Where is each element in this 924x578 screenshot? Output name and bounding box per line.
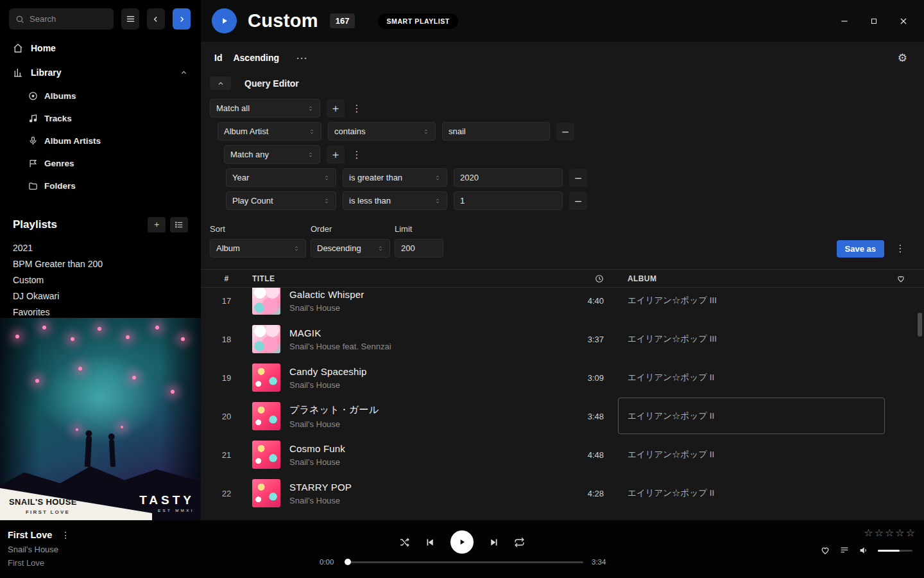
query-editor-collapse-button[interactable] xyxy=(210,76,231,90)
table-row[interactable]: 21 Cosmo Funk Snail's House 4:48 エイリアン☆ポ… xyxy=(201,435,924,474)
playlist-item[interactable]: BPM Greater than 200 xyxy=(0,256,201,272)
rule-value-field[interactable] xyxy=(442,122,550,141)
sort-field-button[interactable]: Id xyxy=(214,53,222,63)
star-icon[interactable]: ☆ xyxy=(864,527,873,539)
now-playing-title[interactable]: First Love xyxy=(8,530,52,540)
add-group-rule-button[interactable]: ＋ xyxy=(327,146,345,164)
match-type-select[interactable]: Match all xyxy=(210,99,320,118)
sidebar-item-label: Albums xyxy=(44,91,76,101)
column-header-index[interactable]: # xyxy=(201,274,252,283)
sidebar-item-album-artists[interactable]: Album Artists xyxy=(0,130,201,152)
gear-icon[interactable]: ⚙ xyxy=(898,51,907,65)
table-row[interactable]: 19 Candy Spaceship Snail's House 3:09 エイ… xyxy=(201,358,924,397)
search-input[interactable] xyxy=(30,14,107,24)
rule-field-select[interactable]: Album Artist xyxy=(218,122,321,141)
queue-button[interactable] xyxy=(839,545,850,556)
rule-operator-select[interactable]: is greater than xyxy=(343,168,447,187)
remove-rule-button[interactable]: – xyxy=(569,192,587,210)
seek-knob[interactable] xyxy=(345,559,351,565)
transport-controls xyxy=(399,530,525,554)
seek-bar[interactable] xyxy=(346,561,583,563)
repeat-button[interactable] xyxy=(514,537,525,548)
track-album[interactable]: エイリアン☆ポップ II xyxy=(628,449,878,460)
search-box[interactable] xyxy=(9,8,114,30)
query-more-button[interactable]: ⋮ xyxy=(894,240,906,258)
play-playlist-button[interactable] xyxy=(212,8,237,33)
limit-field[interactable] xyxy=(395,239,443,258)
minimize-button[interactable] xyxy=(838,15,851,28)
rule-operator-select[interactable]: contains xyxy=(328,122,436,141)
sort-select[interactable]: Album xyxy=(210,239,306,258)
track-album[interactable]: エイリアン☆ポップ II xyxy=(628,487,878,499)
table-row[interactable]: 22 STARRY POP Snail's House 4:28 エイリアン☆ポ… xyxy=(201,474,924,512)
remove-rule-button[interactable]: – xyxy=(569,169,587,187)
nav-back-button[interactable] xyxy=(147,8,165,30)
rule-field-select[interactable]: Year xyxy=(226,168,336,187)
rule-operator-select[interactable]: is less than xyxy=(343,191,447,210)
favorite-button[interactable] xyxy=(820,545,830,556)
rule-value-input[interactable] xyxy=(460,173,556,182)
sort-direction-button[interactable]: Ascending xyxy=(233,53,279,63)
now-playing-artist[interactable]: Snail's House xyxy=(8,545,70,554)
sidebar-nav: Home Library Albums xyxy=(0,36,201,197)
column-header-favorite[interactable] xyxy=(878,274,924,283)
track-artist: Snail's House feat. Sennzai xyxy=(289,342,559,351)
sidebar-item-tracks[interactable]: Tracks xyxy=(0,107,201,130)
table-row[interactable]: 17 Galactic Whisper Snail's House 4:40 エ… xyxy=(201,288,924,320)
column-header-album[interactable]: ALBUM xyxy=(628,274,878,283)
playlist-list-options-button[interactable] xyxy=(170,217,188,232)
volume-slider[interactable] xyxy=(878,550,912,552)
save-as-button[interactable]: Save as xyxy=(837,240,884,258)
group-options-button[interactable]: ⋮ xyxy=(351,146,363,164)
volume-button[interactable] xyxy=(859,545,869,556)
sidebar-item-genres[interactable]: Genres xyxy=(0,152,201,175)
close-button[interactable] xyxy=(897,15,910,28)
maximize-button[interactable] xyxy=(868,15,880,28)
previous-track-button[interactable] xyxy=(425,537,436,548)
rule-field-select[interactable]: Play Count xyxy=(226,191,336,210)
rule-value-input[interactable] xyxy=(449,127,543,136)
toolbar-more-button[interactable]: ··· xyxy=(296,53,308,64)
sidebar-item-folders[interactable]: Folders xyxy=(0,175,201,197)
table-row[interactable]: 18 MAGIK Snail's House feat. Sennzai 3:3… xyxy=(201,320,924,358)
scrollbar-thumb[interactable] xyxy=(918,313,922,337)
chevron-up-icon[interactable] xyxy=(180,69,188,77)
star-icon[interactable]: ☆ xyxy=(895,527,904,539)
playlist-item[interactable]: 2021 xyxy=(0,240,201,256)
table-row[interactable]: 20 プラネット・ガール Snail's House 3:48 エイリアン☆ポッ… xyxy=(201,397,924,435)
rule-value-field[interactable] xyxy=(454,191,563,210)
track-album[interactable]: エイリアン☆ポップ III xyxy=(628,295,878,306)
star-icon[interactable]: ☆ xyxy=(875,527,884,539)
now-playing-menu-button[interactable]: ⋮ xyxy=(61,530,70,540)
play-pause-button[interactable] xyxy=(450,530,474,554)
track-album[interactable]: エイリアン☆ポップ II xyxy=(628,372,878,383)
column-header-title[interactable]: TITLE xyxy=(252,274,559,283)
track-album[interactable]: エイリアン☆ポップ II xyxy=(628,410,878,422)
album-thumbnail xyxy=(252,325,280,353)
add-playlist-button[interactable]: ＋ xyxy=(148,217,166,232)
next-track-button[interactable] xyxy=(488,537,499,548)
star-icon[interactable]: ☆ xyxy=(885,527,894,539)
track-album[interactable]: エイリアン☆ポップ III xyxy=(628,333,878,345)
sidebar-item-home[interactable]: Home xyxy=(0,36,201,60)
rule-value-field[interactable] xyxy=(454,168,563,187)
add-rule-button[interactable]: ＋ xyxy=(327,100,345,118)
playlist-item[interactable]: Custom xyxy=(0,272,201,288)
limit-input[interactable] xyxy=(401,243,437,253)
menu-button[interactable] xyxy=(121,8,139,30)
shuffle-button[interactable] xyxy=(399,537,410,548)
nav-forward-button[interactable] xyxy=(173,8,191,30)
group-match-type-select[interactable]: Match any xyxy=(224,145,320,164)
rule-options-button[interactable]: ⋮ xyxy=(351,100,363,118)
order-select[interactable]: Descending xyxy=(311,239,390,258)
column-header-duration[interactable] xyxy=(559,274,604,283)
sidebar-item-library[interactable]: Library xyxy=(0,60,201,85)
rule-value-input[interactable] xyxy=(460,196,556,206)
remove-rule-button[interactable]: – xyxy=(556,123,574,141)
sidebar-item-albums[interactable]: Albums xyxy=(0,85,201,107)
select-arrows-icon xyxy=(323,197,330,206)
now-playing-album[interactable]: First Love xyxy=(8,558,70,568)
chevron-left-icon xyxy=(151,15,160,24)
star-icon[interactable]: ☆ xyxy=(906,527,915,539)
playlist-item[interactable]: DJ Okawari xyxy=(0,288,201,304)
